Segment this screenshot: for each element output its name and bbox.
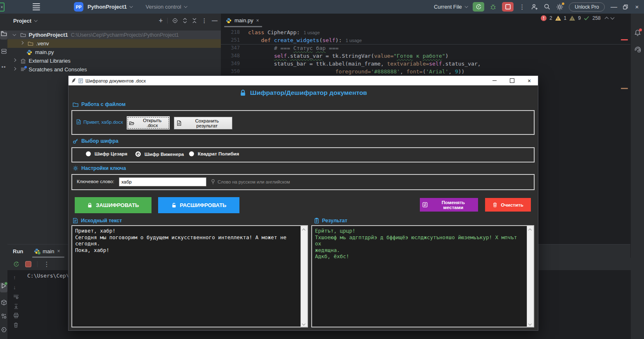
- decrypt-button[interactable]: РАСШИФРОВАТЬ: [158, 197, 239, 213]
- run-tool-icon[interactable]: [0, 282, 7, 292]
- terminal-tool-icon[interactable]: [0, 327, 7, 333]
- run-button[interactable]: [473, 2, 484, 12]
- app-minimize-button[interactable]: [486, 76, 503, 85]
- source-textarea[interactable]: Привет, хабр! Сегодня мы поговорим о буд…: [71, 225, 308, 327]
- code-view[interactable]: 218class CipherApp: 1 usage 251 def crea…: [221, 28, 630, 75]
- code-line: 218class CipherApp: 1 usage: [221, 28, 630, 36]
- expand-all-icon[interactable]: [182, 18, 187, 24]
- close-tab-icon[interactable]: ×: [256, 18, 259, 24]
- app-titlebar[interactable]: Шифратор документов .docx ×: [69, 76, 538, 85]
- run-config-selector[interactable]: Current File: [434, 4, 467, 10]
- settings-button[interactable]: [556, 3, 564, 11]
- down-stacktrace-icon[interactable]: ↓: [13, 284, 16, 290]
- tree-row-main-py[interactable]: main.py: [7, 48, 221, 56]
- options-icon[interactable]: ⋮: [201, 17, 207, 24]
- soft-wrap-icon[interactable]: [13, 294, 19, 299]
- key-section-frame: Ключевое слово: Слово на русском или анг…: [71, 174, 535, 190]
- print-icon[interactable]: [13, 313, 19, 318]
- run-tab-main[interactable]: main ×: [34, 245, 60, 258]
- close-tab-icon[interactable]: ×: [57, 248, 60, 254]
- debug-icon[interactable]: [490, 3, 497, 10]
- result-scrollbar[interactable]: [527, 226, 533, 327]
- project-selector[interactable]: PythonProject1: [88, 4, 133, 10]
- tree-row-scratches[interactable]: Scratches and Consoles: [7, 65, 221, 74]
- swap-button[interactable]: Поменять местами: [420, 198, 478, 212]
- services-tool-icon[interactable]: [0, 313, 7, 319]
- folder-icon: [28, 41, 33, 47]
- locate-file-icon[interactable]: [172, 18, 178, 24]
- taskbar-app-icon[interactable]: c: [0, 2, 5, 12]
- unlock-icon: [171, 202, 177, 208]
- tab-main-py[interactable]: main.py ×: [221, 14, 263, 27]
- radio-selected-icon: [135, 151, 141, 157]
- hide-panel-icon[interactable]: —: [212, 17, 218, 24]
- ai-assistant-icon[interactable]: [631, 46, 644, 53]
- feather-icon: [71, 78, 76, 83]
- tree-row-venv[interactable]: .venv: [7, 39, 221, 48]
- more-icon[interactable]: ⋮: [43, 260, 50, 268]
- bulb-icon: [211, 179, 215, 184]
- more-tools-icon[interactable]: ••: [0, 64, 7, 70]
- next-problem-icon[interactable]: [611, 16, 615, 20]
- app-close-button[interactable]: ×: [521, 76, 538, 85]
- sticky-lines-separator: [221, 44, 630, 45]
- minimize-window-button[interactable]: —: [610, 3, 618, 11]
- open-docx-button[interactable]: Открыть .docx: [126, 116, 170, 130]
- project-badge[interactable]: PP: [74, 2, 83, 12]
- add-user-icon[interactable]: [531, 3, 538, 11]
- search-icon[interactable]: [544, 3, 551, 10]
- edit-document-icon: [73, 218, 78, 224]
- inspections-widget[interactable]: ! 2 ! 1 ! 9 258: [541, 15, 614, 21]
- warning-icon: !: [555, 16, 561, 21]
- collapse-all-icon[interactable]: [192, 18, 197, 24]
- notifications-bell-icon[interactable]: [631, 29, 644, 36]
- lock-icon: [239, 89, 246, 97]
- trash-icon: [492, 202, 497, 207]
- version-control-selector[interactable]: Version control: [146, 4, 187, 10]
- clear-console-icon[interactable]: [13, 322, 19, 328]
- unlock-pro-button[interactable]: Unlock Pro: [569, 2, 605, 12]
- stop-icon[interactable]: [25, 261, 31, 267]
- stop-button[interactable]: [502, 2, 514, 12]
- encrypt-button[interactable]: ЗАШИФРОВАТЬ: [75, 197, 152, 213]
- code-line: 251 def create_widgets(self): 1 usage: [221, 36, 630, 44]
- python-packages-tool-icon[interactable]: [0, 299, 7, 306]
- file-section-frame: Привет, хабр.docx Открыть .docx Сохранит…: [71, 110, 535, 135]
- main-menu-icon[interactable]: [33, 2, 40, 12]
- open-folder-icon: [129, 121, 134, 125]
- key-word-input[interactable]: [119, 177, 206, 186]
- error-stripe-mark[interactable]: [621, 39, 628, 40]
- radio-vigenere[interactable]: Шифр Виженера: [135, 151, 184, 157]
- up-stacktrace-icon[interactable]: ↑: [13, 274, 16, 280]
- restore-window-button[interactable]: [623, 5, 628, 9]
- prev-problem-icon[interactable]: [605, 17, 609, 21]
- close-window-button[interactable]: ×: [633, 3, 641, 10]
- app-maximize-button[interactable]: [503, 76, 521, 85]
- cipher-section-title: Выбор шифра: [73, 138, 118, 144]
- scratches-icon: [20, 67, 26, 73]
- document-icon: [76, 119, 81, 125]
- tree-row-project-root[interactable]: PythonProject1 C:\Users\Cep\PycharmProje…: [7, 31, 221, 39]
- scroll-to-end-icon[interactable]: [13, 304, 19, 309]
- ide-titlebar: c PP PythonProject1 Version control Curr…: [0, 0, 644, 14]
- result-section-title: Результат: [314, 218, 347, 224]
- settings-badge: [562, 2, 564, 5]
- code-line: 350 foreground='#888888', font=('Arial',…: [221, 68, 630, 75]
- run-panel-title[interactable]: Run: [13, 248, 23, 254]
- warning-stripe-mark[interactable]: [621, 88, 628, 89]
- chevron-right-icon: [13, 59, 16, 62]
- add-icon[interactable]: +: [159, 17, 163, 24]
- more-actions-icon[interactable]: ⋮: [519, 3, 526, 11]
- chevron-down-icon: [184, 5, 187, 8]
- commit-tool-icon[interactable]: [0, 48, 7, 54]
- rerun-icon[interactable]: [13, 261, 19, 267]
- radio-caesar[interactable]: Шифр Цезаря: [86, 151, 127, 156]
- source-scrollbar[interactable]: [301, 226, 307, 327]
- save-result-button[interactable]: Сохранить результат: [174, 117, 232, 129]
- tree-row-external-libraries[interactable]: External Libraries: [7, 56, 221, 65]
- radio-polybius[interactable]: Квадрат Полибия: [189, 151, 239, 156]
- result-textarea[interactable]: Ерйтът, црцр! Тхшоеюф мь адгптдрйэ д бфф…: [311, 225, 534, 327]
- clear-button[interactable]: Очистить: [485, 198, 531, 212]
- project-panel-title[interactable]: Project: [13, 18, 31, 24]
- project-tool-icon[interactable]: [0, 31, 7, 40]
